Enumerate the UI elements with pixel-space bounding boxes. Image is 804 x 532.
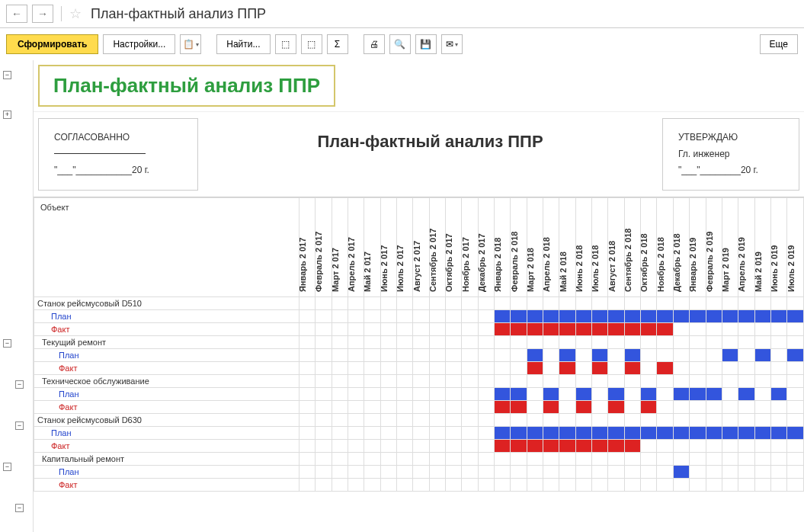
find-button[interactable]: Найти...	[216, 34, 270, 54]
gantt-cell	[299, 309, 315, 322]
gantt-cell	[527, 374, 543, 387]
gantt-cell	[641, 322, 657, 335]
gantt-cell	[673, 452, 689, 465]
gantt-cell	[641, 465, 657, 478]
tree-expand-icon[interactable]: +	[3, 111, 11, 119]
gantt-cell	[429, 335, 445, 348]
gantt-cell	[592, 296, 608, 309]
gantt-cell	[706, 322, 722, 335]
gantt-cell	[657, 426, 673, 439]
gantt-cell	[559, 452, 575, 465]
month-header: Ноябрь 2 018	[657, 197, 673, 296]
gantt-cell	[690, 322, 706, 335]
gantt-cell	[316, 296, 332, 309]
gantt-cell	[364, 439, 380, 452]
gantt-cell	[332, 452, 348, 465]
gantt-cell	[462, 322, 478, 335]
gantt-cell	[673, 374, 689, 387]
gantt-cell	[413, 296, 429, 309]
gantt-cell	[543, 335, 559, 348]
tree-toggle[interactable]: −	[15, 504, 24, 512]
email-button[interactable]: ✉▾	[441, 34, 463, 54]
collapse-groups-button[interactable]: ⬚	[301, 34, 322, 54]
gantt-cell	[657, 335, 673, 348]
gantt-cell	[348, 361, 364, 374]
gantt-cell	[608, 439, 624, 452]
gantt-cell	[316, 478, 332, 491]
tree-toggle[interactable]: −	[3, 463, 11, 471]
gantt-cell	[495, 361, 511, 374]
gantt-cell	[608, 361, 624, 374]
gantt-cell	[527, 361, 543, 374]
gantt-cell	[738, 452, 754, 465]
tree-toggle[interactable]: −	[15, 380, 24, 389]
gantt-cell	[511, 322, 527, 335]
month-header: Июль 2 019	[787, 197, 804, 296]
sum-button[interactable]: Σ	[327, 34, 348, 54]
gantt-cell	[787, 400, 804, 413]
gantt-cell	[543, 400, 559, 413]
variants-button[interactable]: 📋▾	[180, 34, 201, 54]
favorite-star-icon[interactable]: ☆	[69, 5, 82, 22]
gantt-cell	[722, 478, 738, 491]
gantt-cell	[380, 348, 396, 361]
gantt-cell	[511, 439, 527, 452]
gantt-cell	[608, 426, 624, 439]
gantt-cell	[575, 400, 591, 413]
gantt-cell	[559, 374, 575, 387]
gantt-cell	[738, 478, 754, 491]
gantt-cell	[770, 478, 786, 491]
gantt-cell	[380, 439, 396, 452]
gantt-cell	[495, 400, 511, 413]
settings-button[interactable]: Настройки...	[103, 34, 175, 54]
month-header: Июль 2 018	[592, 197, 608, 296]
gantt-cell	[413, 426, 429, 439]
row-label: План	[34, 465, 299, 478]
gantt-cell	[624, 387, 640, 400]
gantt-cell	[559, 387, 575, 400]
gantt-cell	[478, 387, 494, 400]
gantt-cell	[299, 465, 315, 478]
month-header: Июль 2 017	[396, 197, 412, 296]
save-button[interactable]: 💾	[415, 34, 437, 54]
gantt-cell	[608, 452, 624, 465]
gantt-cell	[738, 439, 754, 452]
gantt-cell	[559, 348, 575, 361]
tree-toggle[interactable]: −	[15, 421, 24, 430]
preview-button[interactable]: 🔍	[389, 34, 411, 54]
gantt-cell	[770, 452, 786, 465]
gantt-cell	[429, 452, 445, 465]
gantt-cell	[478, 309, 494, 322]
tree-collapse-icon[interactable]: −	[3, 71, 11, 79]
gantt-cell	[770, 465, 786, 478]
gantt-cell	[462, 335, 478, 348]
row-label: Станок рейсмусовый D510	[34, 296, 299, 309]
gantt-cell	[446, 348, 462, 361]
gantt-cell	[559, 439, 575, 452]
expand-groups-button[interactable]: ⬚	[275, 34, 296, 54]
gantt-cell	[608, 309, 624, 322]
gantt-cell	[348, 296, 364, 309]
gantt-cell	[624, 400, 640, 413]
forward-button[interactable]: →	[32, 5, 53, 23]
gantt-cell	[462, 387, 478, 400]
gantt-cell	[608, 348, 624, 361]
gantt-cell	[413, 400, 429, 413]
form-button[interactable]: Сформировать	[6, 34, 98, 54]
gantt-cell	[559, 322, 575, 335]
print-button[interactable]: 🖨	[364, 34, 385, 54]
gantt-cell	[348, 374, 364, 387]
back-button[interactable]: ←	[6, 5, 27, 23]
more-button[interactable]: Еще	[760, 34, 798, 54]
gantt-cell	[348, 400, 364, 413]
gantt-cell	[690, 374, 706, 387]
gantt-cell	[608, 322, 624, 335]
gantt-cell	[624, 413, 640, 426]
gantt-cell	[543, 374, 559, 387]
gantt-cell	[478, 426, 494, 439]
gantt-cell	[511, 309, 527, 322]
gantt-cell	[299, 426, 315, 439]
gantt-cell	[592, 322, 608, 335]
tree-toggle[interactable]: −	[3, 339, 11, 348]
gantt-cell	[738, 426, 754, 439]
